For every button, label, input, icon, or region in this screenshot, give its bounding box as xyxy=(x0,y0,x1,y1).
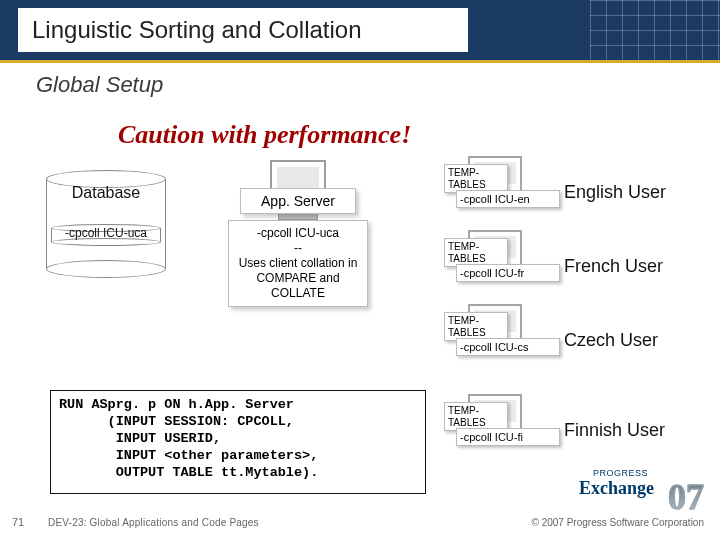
logo-year: 07 xyxy=(668,476,704,518)
user-label: French User xyxy=(564,256,663,277)
accent-line xyxy=(0,60,720,63)
code-box: RUN ASprg. p ON h.App. Server (INPUT SES… xyxy=(50,390,426,494)
user-label: Czech User xyxy=(564,330,658,351)
logo-brand: PROGRESS xyxy=(593,468,648,478)
temp-tables-box: TEMP-TABLES xyxy=(444,238,508,267)
temp-tables-box: TEMP-TABLES xyxy=(444,312,508,341)
slide: Linguistic Sorting and Collation Global … xyxy=(0,0,720,540)
footer-breadcrumb: DEV-23: Global Applications and Code Pag… xyxy=(48,517,259,528)
database-param: -cpcoll ICU-uca xyxy=(51,226,161,240)
copyright: © 2007 Progress Software Corporation xyxy=(532,517,704,528)
database-cylinder: Database -cpcoll ICU-uca xyxy=(46,170,166,290)
appserver-label: App. Server xyxy=(240,188,356,214)
header-grid-decor xyxy=(590,0,720,60)
user-label: Finnish User xyxy=(564,420,665,441)
slide-subtitle: Global Setup xyxy=(36,72,163,98)
conference-logo: PROGRESS Exchange 07 xyxy=(552,468,702,512)
appserver-note-desc: Uses client collation in COMPARE and COL… xyxy=(233,256,363,301)
temp-tables-coll: -cpcoll ICU-fi xyxy=(456,428,560,446)
temp-tables-coll: -cpcoll ICU-fr xyxy=(456,264,560,282)
temp-tables-coll: -cpcoll ICU-en xyxy=(456,190,560,208)
temp-tables-coll: -cpcoll ICU-cs xyxy=(456,338,560,356)
slide-title: Linguistic Sorting and Collation xyxy=(32,16,362,44)
appserver-note-sep: -- xyxy=(233,241,363,256)
logo-event: Exchange xyxy=(579,478,654,499)
slide-number: 71 xyxy=(12,516,24,528)
database-param-box: -cpcoll ICU-uca xyxy=(51,224,161,244)
appserver-note: -cpcoll ICU-uca -- Uses client collation… xyxy=(228,220,368,307)
user-label: English User xyxy=(564,182,666,203)
title-strip: Linguistic Sorting and Collation xyxy=(18,8,468,52)
database-label: Database xyxy=(46,184,166,202)
appserver-note-coll: -cpcoll ICU-uca xyxy=(233,226,363,241)
caution-text: Caution with performance! xyxy=(118,120,411,150)
temp-tables-box: TEMP-TABLES xyxy=(444,164,508,193)
temp-tables-box: TEMP-TABLES xyxy=(444,402,508,431)
